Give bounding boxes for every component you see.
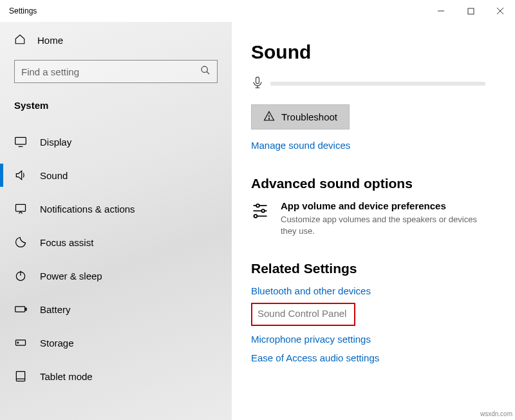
svg-rect-11 [15, 307, 25, 312]
sidebar-item-tablet-mode[interactable]: Tablet mode [0, 359, 232, 393]
minimize-button[interactable] [426, 1, 456, 21]
sound-control-panel-highlight: Sound Control Panel [251, 303, 355, 326]
sound-icon [14, 169, 27, 182]
related-links: Bluetooth and other devices Sound Contro… [251, 285, 505, 363]
title-bar: Settings [0, 0, 515, 22]
sidebar-item-battery[interactable]: Battery [0, 292, 232, 326]
warning-icon [263, 110, 275, 124]
home-icon [14, 33, 26, 47]
window-title: Settings [0, 6, 426, 15]
sidebar-item-sound[interactable]: Sound [0, 158, 232, 192]
maximize-button[interactable] [456, 1, 485, 21]
svg-rect-6 [15, 137, 26, 144]
svg-rect-1 [468, 8, 474, 14]
page-title: Sound [251, 41, 505, 63]
svg-point-21 [268, 119, 269, 119]
search-input[interactable] [14, 60, 218, 83]
ease-of-access-audio-link[interactable]: Ease of Access audio settings [251, 352, 505, 363]
svg-rect-15 [16, 372, 24, 381]
sidebar-item-storage[interactable]: Storage [0, 326, 232, 359]
sidebar-item-display[interactable]: Display [0, 125, 232, 158]
battery-icon [14, 303, 27, 316]
sidebar-item-label: Focus assist [40, 237, 93, 248]
display-icon [14, 135, 27, 148]
focus-assist-icon [14, 236, 27, 249]
content-pane: Sound Troubleshoot Manage sound devices … [232, 22, 515, 420]
svg-rect-17 [256, 77, 259, 84]
sidebar-item-focus-assist[interactable]: Focus assist [0, 225, 232, 259]
troubleshoot-button[interactable]: Troubleshoot [251, 104, 350, 129]
manage-sound-devices-link[interactable]: Manage sound devices [251, 140, 350, 151]
microphone-level-row [251, 75, 505, 93]
window-controls [426, 1, 515, 21]
category-label: System [0, 90, 232, 119]
sidebar-item-label: Display [40, 137, 71, 148]
microphone-level-bar [270, 82, 485, 86]
svg-point-27 [254, 215, 258, 218]
app-volume-title: App volume and device preferences [281, 200, 480, 211]
storage-icon [14, 336, 27, 349]
home-button[interactable]: Home [0, 27, 232, 53]
sound-control-panel-link[interactable]: Sound Control Panel [258, 308, 346, 319]
sidebar-item-label: Tablet mode [40, 371, 93, 382]
microphone-privacy-link[interactable]: Microphone privacy settings [251, 334, 505, 345]
svg-rect-8 [16, 204, 26, 211]
sliders-icon [251, 200, 269, 221]
advanced-sound-header: Advanced sound options [251, 176, 505, 191]
nav-list: Display Sound Notifications & actions Fo… [0, 125, 232, 393]
watermark: wsxdn.com [480, 410, 512, 417]
svg-line-5 [207, 72, 209, 74]
home-label: Home [37, 35, 63, 46]
sidebar-item-label: Storage [40, 338, 74, 348]
sidebar: Home System Display Sound Notification [0, 22, 232, 420]
tablet-icon [14, 370, 27, 383]
sidebar-item-notifications[interactable]: Notifications & actions [0, 192, 232, 225]
notifications-icon [14, 202, 27, 215]
sidebar-item-power-sleep[interactable]: Power & sleep [0, 259, 232, 292]
troubleshoot-label: Troubleshoot [281, 111, 337, 122]
search-field[interactable] [21, 66, 200, 77]
sidebar-item-label: Notifications & actions [40, 204, 135, 215]
close-button[interactable] [485, 1, 515, 21]
svg-point-14 [17, 342, 19, 343]
svg-point-25 [261, 209, 265, 213]
search-icon [200, 65, 211, 78]
app-volume-desc: Customize app volumes and the speakers o… [281, 214, 480, 236]
related-settings-header: Related Settings [251, 261, 505, 276]
sidebar-item-label: Sound [40, 170, 68, 181]
sidebar-item-label: Battery [40, 304, 71, 315]
bluetooth-devices-link[interactable]: Bluetooth and other devices [251, 285, 505, 296]
app-volume-item[interactable]: App volume and device preferences Custom… [251, 200, 505, 236]
power-icon [14, 269, 27, 282]
sidebar-item-label: Power & sleep [40, 271, 102, 282]
microphone-icon [251, 75, 264, 93]
svg-point-4 [201, 66, 207, 72]
svg-rect-12 [26, 308, 27, 310]
svg-point-23 [256, 204, 259, 207]
